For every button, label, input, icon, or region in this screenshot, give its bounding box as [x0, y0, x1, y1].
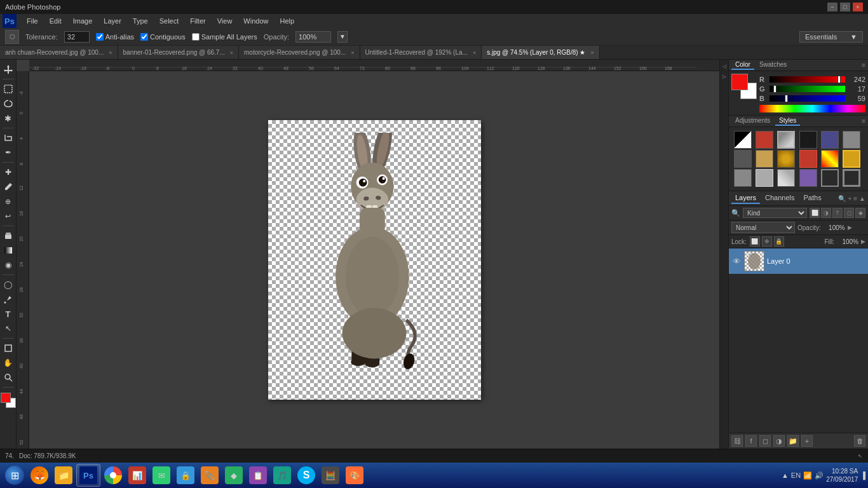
tool-dodge[interactable]: ◯ [1, 278, 15, 292]
menu-type[interactable]: Type [128, 16, 153, 26]
tool-pen[interactable] [1, 292, 15, 306]
tolerance-input[interactable] [64, 31, 90, 43]
tool-zoom[interactable] [1, 370, 15, 384]
tool-eyedropper[interactable]: ✒ [1, 146, 15, 159]
taskbar-chrome[interactable] [102, 464, 125, 487]
r-slider-thumb[interactable] [837, 76, 841, 83]
menu-layer[interactable]: Layer [98, 16, 126, 26]
tool-marquee[interactable] [1, 82, 15, 96]
style-item-6[interactable] [734, 150, 752, 168]
tab-3-close[interactable]: × [473, 50, 476, 56]
styles-tab[interactable]: Styles [775, 116, 800, 126]
style-item-7[interactable] [756, 150, 773, 168]
tool-hand[interactable]: ✋ [1, 356, 15, 370]
taskbar-skype[interactable]: S [295, 464, 318, 487]
taskbar-firefox[interactable]: 🦊 [28, 464, 51, 487]
taskbar-app11[interactable]: 🎵 [271, 464, 294, 487]
filter-type-icon[interactable]: T [832, 208, 843, 218]
menu-filter[interactable]: Filter [185, 16, 210, 26]
layers-menu-icon[interactable]: ≡ [853, 195, 857, 202]
layer-mask-btn[interactable]: ◻ [759, 435, 771, 447]
taskbar-app10[interactable]: 📋 [247, 464, 269, 487]
tool-shape[interactable] [1, 341, 15, 355]
layer-adj-btn[interactable]: ◑ [773, 435, 785, 447]
style-item-9[interactable] [799, 150, 817, 168]
close-button[interactable]: × [853, 3, 863, 11]
tab-2[interactable]: motorcycle-Recovered.png @ 100... × [239, 46, 360, 59]
filter-smart-icon[interactable]: ◆ [855, 208, 865, 218]
style-item-16[interactable] [821, 169, 839, 187]
menu-help[interactable]: Help [275, 16, 299, 26]
g-slider-thumb[interactable] [773, 85, 776, 93]
layer-delete-btn[interactable]: 🗑 [854, 435, 865, 447]
layer-new-btn[interactable]: + [801, 435, 813, 447]
tool-lasso[interactable] [1, 97, 15, 111]
layers-search-icon[interactable]: 🔍 [838, 195, 846, 202]
menu-view[interactable]: View [212, 16, 238, 26]
style-item-17[interactable] [843, 169, 860, 187]
contiguous-checkbox[interactable] [140, 33, 148, 41]
filter-adjustment-icon[interactable]: ◑ [821, 208, 831, 218]
taskbar-paint[interactable]: 🎨 [343, 464, 366, 487]
start-button[interactable]: ⊞ [3, 464, 27, 487]
style-item-12[interactable] [734, 169, 752, 187]
b-slider-thumb[interactable] [785, 95, 788, 102]
layer-item-0[interactable]: 👁 Layer 0 [729, 248, 868, 274]
show-hidden-tray[interactable]: ▲ [782, 471, 789, 479]
layers-add-icon[interactable]: + [848, 195, 851, 202]
tool-crop[interactable] [1, 131, 15, 145]
layers-tab[interactable]: Layers [731, 193, 760, 204]
lock-move-icon[interactable]: ✥ [762, 236, 772, 247]
clock-display[interactable]: 10:28 SA 27/09/2017 [826, 467, 858, 484]
tab-2-close[interactable]: × [351, 50, 354, 56]
style-item-3[interactable] [799, 131, 817, 149]
style-item-15[interactable] [799, 169, 817, 187]
channels-tab[interactable]: Channels [761, 193, 798, 204]
taskbar-app9[interactable]: ◆ [222, 464, 245, 487]
tool-clone-stamp[interactable]: ⊕ [1, 194, 15, 208]
canvas[interactable] [268, 120, 481, 400]
essentials-button[interactable]: Essentials ▼ [799, 31, 863, 43]
show-desktop-btn[interactable]: ▐ [860, 471, 865, 479]
lock-all-icon[interactable]: 🔒 [774, 236, 784, 247]
side-btn-2[interactable]: ▷ [721, 72, 728, 80]
layer-group-btn[interactable]: 📁 [787, 435, 799, 447]
taskbar-calc[interactable]: 🧮 [319, 464, 342, 487]
color-tab[interactable]: Color [731, 60, 754, 70]
menu-edit[interactable]: Edit [44, 16, 67, 26]
taskbar-photoshop[interactable]: Ps [76, 464, 100, 487]
taskbar-explorer[interactable]: 📁 [52, 464, 75, 487]
filter-pixel-icon[interactable]: ⬜ [810, 208, 820, 218]
style-item-13[interactable] [756, 169, 773, 187]
style-item-10[interactable] [821, 150, 839, 168]
layers-collapse-icon[interactable]: ▲ [859, 195, 865, 202]
tab-1-close[interactable]: × [230, 50, 233, 56]
color-panel-collapse[interactable]: ≡ [862, 62, 865, 69]
paths-tab[interactable]: Paths [800, 193, 825, 204]
maximize-button[interactable]: □ [840, 3, 850, 11]
minimize-button[interactable]: − [827, 3, 837, 11]
style-item-8[interactable] [777, 150, 795, 168]
fg-swatch[interactable] [731, 74, 748, 90]
menu-file[interactable]: File [22, 16, 43, 26]
tool-brush[interactable] [1, 180, 15, 194]
tab-1[interactable]: banner-01-Recovered.png @ 66.7... × [118, 46, 240, 59]
blend-mode-dropdown[interactable]: Normal Dissolve Multiply Screen Overlay [731, 222, 795, 233]
style-item-1[interactable] [756, 131, 773, 149]
style-item-2[interactable] [777, 131, 795, 149]
adj-panel-collapse[interactable]: ≡ [862, 118, 865, 125]
kind-dropdown[interactable]: Kind Name Effect Mode Attribute Color [743, 208, 807, 218]
tool-move[interactable] [1, 62, 15, 76]
opacity-input[interactable] [295, 31, 331, 43]
tab-0[interactable]: anh chuan-Recovered.jpg @ 100... × [0, 46, 118, 59]
tab-0-close[interactable]: × [109, 50, 112, 56]
fill-arrow[interactable]: ▶ [861, 238, 865, 245]
style-item-4[interactable] [821, 131, 839, 149]
tool-history-brush[interactable]: ↩ [1, 209, 15, 223]
tab-4[interactable]: s.jpg @ 74.5% (Layer 0, RGB/8) ★ × [482, 46, 600, 59]
tool-blur[interactable]: ◉ [1, 258, 15, 272]
tab-3[interactable]: Untitled-1-Recovered @ 192% (La... × [360, 46, 482, 59]
style-item-11[interactable] [843, 150, 860, 168]
taskbar-app6[interactable]: ✉ [150, 464, 173, 487]
opacity-arrow[interactable]: ▶ [848, 224, 852, 231]
